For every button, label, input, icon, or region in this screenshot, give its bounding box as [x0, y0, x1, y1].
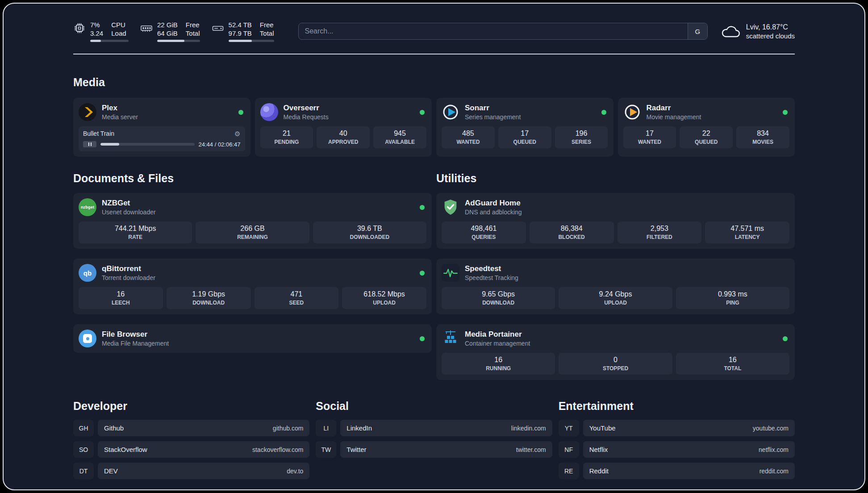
radarr-icon — [623, 103, 641, 121]
documents-section-title: Documents & Files — [73, 172, 432, 185]
search-engine-button[interactable]: G — [688, 23, 707, 39]
disk-progress-bar — [229, 40, 274, 42]
bookmark-name: Netflix — [589, 446, 608, 453]
overseerr-card[interactable]: Overseerr Media Requests 21 PENDING 40 A… — [255, 98, 432, 157]
ram-free-label: Free — [186, 21, 200, 29]
stat-box: 16 RUNNING — [442, 353, 555, 375]
playback-time: 24:44 / 02:06:47 — [199, 141, 241, 148]
app-subtitle: Movie management — [647, 113, 778, 121]
stat-box: 39.6 TB DOWNLOADED — [313, 221, 426, 243]
stat-box: 0 STOPPED — [559, 353, 672, 375]
qbittorrent-icon: qb — [79, 264, 96, 282]
bookmark-abbr: DT — [73, 463, 94, 479]
bookmark-netflix[interactable]: NF Netflix netflix.com — [559, 441, 795, 458]
plex-card[interactable]: Plex Media server Bullet Train ⚙ — [73, 98, 250, 157]
portainer-card[interactable]: Media Portainer Container management 16 … — [436, 324, 795, 380]
pause-icon[interactable] — [83, 141, 96, 147]
stat-box: 16 TOTAL — [676, 353, 789, 375]
app-subtitle: Media File Management — [102, 340, 414, 347]
utilities-section-title: Utilities — [436, 172, 795, 185]
adguard-card[interactable]: AdGuard Home DNS and adblocking 498,461 … — [436, 193, 795, 249]
app-title: NZBGet — [102, 199, 414, 208]
app-subtitle: Media Requests — [284, 113, 415, 121]
disk-free-label: Free — [260, 21, 274, 29]
bookmark-url: linkedin.com — [511, 425, 546, 432]
stat-box: 16 LEECH — [79, 287, 163, 309]
developer-section: Developer GH Github github.com SO StackO… — [73, 400, 309, 479]
nzbget-icon: nzbget — [79, 198, 96, 216]
now-playing-title: Bullet Train — [83, 130, 114, 138]
search-input[interactable] — [299, 23, 688, 39]
status-dot — [601, 110, 606, 115]
bookmark-url: stackoverflow.com — [252, 446, 303, 453]
documents-section: Documents & Files nzbget NZBGet Usenet d… — [73, 172, 432, 353]
stat-box: 17 QUEUED — [498, 126, 551, 148]
bookmark-name: YouTube — [589, 424, 616, 432]
bookmark-url: youtube.com — [753, 425, 789, 432]
stat-box: 22 QUEUED — [680, 126, 733, 148]
app-title: AdGuard Home — [465, 199, 789, 208]
bookmark-abbr: YT — [559, 420, 579, 436]
playback-progress-bar[interactable] — [100, 143, 195, 146]
bookmark-name: StackOverflow — [104, 446, 147, 453]
bookmark-reddit[interactable]: RE Reddit reddit.com — [559, 463, 795, 479]
media-section-title: Media — [73, 76, 795, 89]
radarr-card[interactable]: Radarr Movie management 17 WANTED 22 QUE… — [618, 98, 795, 157]
disk-total-label: Total — [260, 29, 274, 38]
stat-box: 618.52 Mbps UPLOAD — [342, 287, 426, 309]
overseerr-icon — [260, 103, 278, 121]
app-subtitle: Series management — [465, 113, 596, 121]
app-title: Sonarr — [465, 104, 596, 113]
filebrowser-card[interactable]: File Browser Media File Management — [73, 324, 432, 353]
bookmark-name: Twitter — [346, 446, 366, 453]
stat-box: 2,953 FILTERED — [618, 221, 702, 243]
weather-condition: scattered clouds — [746, 32, 795, 40]
stat-box: 17 WANTED — [623, 126, 676, 148]
stat-box: 86,384 BLOCKED — [530, 221, 614, 243]
header-divider — [73, 54, 795, 54]
utilities-section: Utilities AdGuard Home DNS and adblockin… — [436, 172, 795, 380]
cpu-progress-bar — [90, 40, 129, 42]
stat-box: 0.993 ms PING — [676, 287, 789, 309]
app-subtitle: Torrent downloader — [102, 274, 414, 281]
entertainment-section-title: Entertainment — [559, 400, 795, 413]
dashboard-window: 7% 3.24 CPU Load — [3, 3, 865, 490]
bookmark-stackoverflow[interactable]: SO StackOverflow stackoverflow.com — [73, 441, 309, 458]
bookmark-name: Reddit — [589, 467, 609, 475]
qbittorrent-card[interactable]: qb qBittorrent Torrent downloader 16 LEE… — [73, 259, 432, 314]
bookmark-url: reddit.com — [760, 468, 789, 475]
cpu-load-label: Load — [111, 29, 126, 38]
cpu-widget: 7% 3.24 CPU Load — [73, 21, 129, 42]
bookmark-abbr: SO — [73, 441, 94, 458]
status-dot — [420, 336, 425, 341]
stat-box: 196 SERIES — [555, 126, 608, 148]
nzbget-card[interactable]: nzbget NZBGet Usenet downloader 744.21 M… — [73, 193, 432, 249]
cpu-value: 7% — [90, 21, 103, 29]
media-section: Media Plex Media server — [73, 76, 795, 157]
bookmark-twitter[interactable]: TW Twitter twitter.com — [316, 441, 552, 458]
bookmark-url: netflix.com — [759, 446, 789, 453]
stat-box: 9.65 Gbps DOWNLOAD — [442, 287, 555, 309]
ram-total-value: 64 GiB — [157, 29, 178, 38]
bookmark-youtube[interactable]: YT YouTube youtube.com — [559, 420, 795, 436]
cpu-load-value: 3.24 — [90, 29, 103, 38]
adguard-icon — [442, 198, 459, 216]
bookmark-url: github.com — [273, 425, 303, 432]
stat-box: 21 PENDING — [260, 126, 313, 148]
app-subtitle: Speedtest Tracking — [465, 274, 789, 281]
disk-total-value: 97.9 TB — [229, 29, 252, 38]
cpu-icon — [73, 22, 86, 34]
sonarr-icon — [442, 103, 459, 121]
bookmark-dev[interactable]: DT DEV dev.to — [73, 463, 309, 479]
app-title: File Browser — [102, 330, 414, 339]
sonarr-card[interactable]: Sonarr Series management 485 WANTED 17 Q… — [436, 98, 613, 157]
stat-box: 266 GB REMAINING — [196, 221, 309, 243]
speedtest-card[interactable]: Speedtest Speedtest Tracking 9.65 Gbps D… — [436, 259, 795, 314]
status-dot — [783, 336, 788, 341]
bookmark-github[interactable]: GH Github github.com — [73, 420, 309, 436]
bookmark-linkedin[interactable]: LI LinkedIn linkedin.com — [316, 420, 552, 436]
app-title: Media Portainer — [465, 330, 777, 339]
gear-icon[interactable]: ⚙ — [234, 130, 240, 138]
app-subtitle: DNS and adblocking — [465, 209, 789, 216]
social-section: Social LI LinkedIn linkedin.com TW Twitt… — [316, 400, 552, 458]
